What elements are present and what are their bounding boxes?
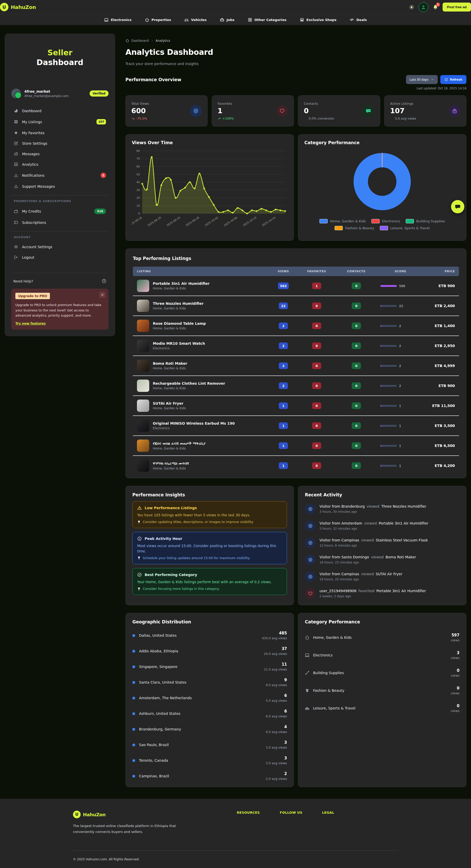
listing-price: ETB 900 xyxy=(424,384,455,388)
geo-row: Ashburn, United States 6 6.0 avg views xyxy=(132,709,287,718)
table-row[interactable]: Portable 3in1 Air Humidifier Home, Garde… xyxy=(133,276,459,296)
category-icon xyxy=(305,671,309,675)
sidebar-item[interactable]: Notifications 1 xyxy=(11,169,108,181)
sidebar-item-icon xyxy=(14,184,18,188)
views-badge: 1 xyxy=(279,422,288,429)
nav-item[interactable]: Electronics xyxy=(104,18,132,22)
activity-listing: Three Nozzles Humidifier xyxy=(381,504,426,508)
social-icon[interactable] xyxy=(383,857,387,862)
sidebar-item[interactable]: Logout xyxy=(11,252,108,262)
listing-thumbnail xyxy=(137,420,149,432)
stat-value: 107 xyxy=(390,107,416,115)
sidebar-title: Seller Dashboard xyxy=(11,48,108,67)
geo-city: Campinas, Brazil xyxy=(139,774,266,778)
nav-item[interactable]: Other Categories xyxy=(248,18,287,22)
sidebar-item[interactable]: My Listings 107 xyxy=(11,116,108,128)
geo-row: Addis Ababa, Ethiopia 37 24.0 avg views xyxy=(132,647,287,656)
table-row[interactable]: Three Nozzles Humidifier Home, Garden & … xyxy=(133,296,459,316)
col-views: VIEWS xyxy=(269,270,297,273)
help-question-icon[interactable] xyxy=(102,279,106,283)
table-row[interactable]: የጁስና መሰል ፈሳሽ መጠጦች ማቅረቢያ Home, Garden & K… xyxy=(133,436,459,456)
chevron-right-icon xyxy=(151,39,154,42)
table-row[interactable]: Rechargeable Clothes Lint Remover Home, … xyxy=(133,376,459,396)
upgrade-pro-badge[interactable]: Upgrade to PRO xyxy=(15,293,50,299)
social-icon[interactable] xyxy=(394,857,398,862)
table-row[interactable]: Rose Diamond Table Lamp Home, Garden & K… xyxy=(133,316,459,336)
category-row: Electronics 3 views xyxy=(305,651,460,660)
score-value: 1 xyxy=(399,404,401,408)
geographic-distribution-card: Geographic Distribution Dallas, United S… xyxy=(126,613,294,787)
chat-fab-button[interactable] xyxy=(451,200,464,213)
sidebar-item[interactable]: Messages xyxy=(11,149,108,159)
category-nav: Electronics Properties Vehicles Jobs Oth… xyxy=(0,14,471,25)
stat-icon xyxy=(449,105,461,117)
sidebar-item[interactable]: Account Settings xyxy=(11,242,108,252)
divider xyxy=(12,195,108,195)
table-row[interactable]: Original MINISO Wireless Earbud Ms 190 E… xyxy=(133,416,459,436)
svg-text:70: 70 xyxy=(136,157,140,161)
table-row[interactable]: Modio MR10 Smart Watch Electronics 2 0 0… xyxy=(133,336,459,356)
category-views-value: 0 xyxy=(451,668,460,673)
listing-category: Home, Garden & Kids xyxy=(153,367,188,370)
contacts-badge: 0 xyxy=(352,422,361,429)
category-donut-chart xyxy=(349,149,415,214)
sidebar-item-icon xyxy=(14,120,18,124)
table-row[interactable]: ሞምኮክ የሴራሚክ መጥበሻ Home, Garden & Kids 1 0 … xyxy=(133,456,459,475)
nav-item-icon xyxy=(145,18,149,22)
social-icon[interactable] xyxy=(361,857,365,862)
stat-card: Active Listings 107 5.6 avg views xyxy=(384,95,466,126)
geo-avg-views: 5.0 avg views xyxy=(266,699,287,703)
sidebar-item[interactable]: Support Messages xyxy=(11,181,108,192)
category-views-value: 0 xyxy=(451,704,460,708)
refresh-button[interactable]: Refresh xyxy=(440,75,466,84)
footer-follow-header: FOLLOW US xyxy=(280,811,322,814)
chart-toggle-group xyxy=(272,141,288,145)
social-icon[interactable] xyxy=(372,857,376,862)
nav-item-label: Vehicles xyxy=(191,18,207,22)
date-range-select[interactable]: Last 30 days xyxy=(406,75,438,84)
footer-brand[interactable]: U HahuZon xyxy=(73,811,237,818)
brand-logo[interactable]: U HahuZon xyxy=(0,3,36,11)
home-icon[interactable] xyxy=(126,39,129,42)
table-row[interactable]: SUTAI Air Fryer Home, Garden & Kids 1 0 … xyxy=(133,396,459,416)
category-icon xyxy=(305,653,309,657)
views-badge: 563 xyxy=(278,282,289,289)
geo-value: 6 xyxy=(266,709,287,714)
nav-item[interactable]: Jobs xyxy=(220,18,234,22)
page-title: Analytics Dashboard xyxy=(126,48,466,57)
table-row[interactable]: Boma Roti Maker Home, Garden & Kids 2 0 … xyxy=(133,356,459,376)
nav-item[interactable]: Exclusive Shops xyxy=(300,18,336,22)
geo-avg-views: 3.0 avg views xyxy=(266,746,287,749)
try-new-features-link[interactable]: Try new features xyxy=(15,321,45,325)
sidebar-item[interactable]: Dashboard xyxy=(11,105,108,116)
nav-item[interactable]: Vehicles xyxy=(184,18,207,22)
sidebar-menu: Dashboard My Listings 107 My Favorites S… xyxy=(11,105,108,192)
activity-time: 12 hours, 6 minutes ago xyxy=(319,544,429,547)
upgrade-close-button[interactable] xyxy=(99,292,105,298)
theme-toggle-sun-icon[interactable] xyxy=(409,5,414,10)
listing-thumbnail xyxy=(137,460,149,472)
nav-item[interactable]: Properties xyxy=(145,18,171,22)
post-free-ad-button[interactable]: Post free ad xyxy=(443,3,471,11)
sidebar-item[interactable]: Subscriptions xyxy=(11,217,108,228)
legend-item: Electronics xyxy=(371,219,400,223)
sidebar-item[interactable]: My Favorites xyxy=(11,128,108,138)
performance-insights-card: Performance Insights Low Performance Lis… xyxy=(126,486,294,605)
nav-item-label: Jobs xyxy=(227,18,234,22)
score-bar xyxy=(380,365,397,367)
sidebar-item[interactable]: Store Settings xyxy=(11,138,108,149)
nav-item[interactable]: Deals xyxy=(350,18,367,22)
listing-name: Original MINISO Wireless Earbud Ms 190 xyxy=(153,421,235,426)
sidebar-item[interactable]: My Credits 416 xyxy=(11,206,108,217)
breadcrumb-dashboard[interactable]: Dashboard xyxy=(131,39,149,42)
chart-toggle-button[interactable] xyxy=(280,141,288,145)
chart-toggle-button[interactable] xyxy=(272,141,279,145)
notifications-bell-icon[interactable]: 1 xyxy=(433,4,438,10)
user-avatar[interactable] xyxy=(418,2,428,12)
svg-text:2025-10-06: 2025-10-06 xyxy=(223,216,238,227)
sidebar-item[interactable]: Analytics xyxy=(11,159,108,169)
geo-avg-views: 9.0 avg views xyxy=(266,683,287,687)
category-row: Home, Garden & Kids 597 views xyxy=(305,633,460,642)
activity-list: Visitor from Brandenburg viewed Three No… xyxy=(305,503,460,599)
trend-icon xyxy=(217,117,221,120)
